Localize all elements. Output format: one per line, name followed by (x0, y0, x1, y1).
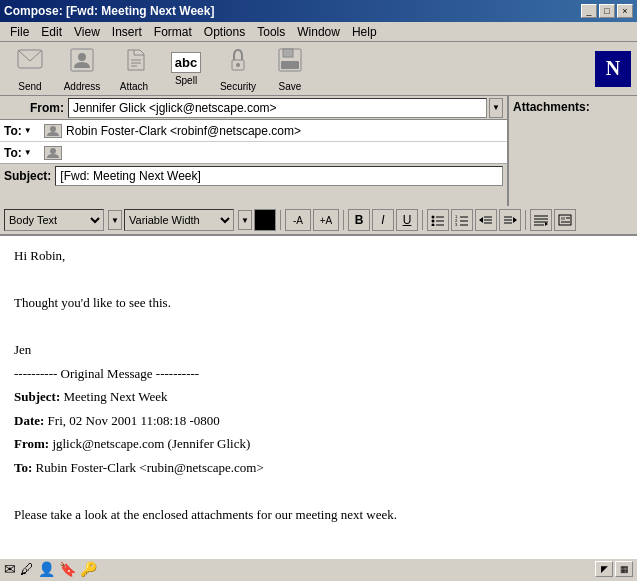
netscape-logo: N (595, 51, 631, 87)
svg-point-17 (432, 224, 435, 227)
from-field[interactable] (68, 98, 487, 118)
attach-button[interactable]: Attach (110, 47, 158, 91)
minimize-button[interactable]: _ (581, 4, 597, 18)
orig-from-value: jglick@netscape.com (Jennifer Glick) (49, 436, 250, 451)
status-icon-key[interactable]: 🔑 (80, 561, 97, 577)
contact-icon-1[interactable] (44, 124, 62, 138)
spell-button[interactable]: abc Spell (162, 47, 210, 91)
svg-text:3.: 3. (455, 222, 458, 226)
to-field-1[interactable] (62, 122, 503, 140)
orig-date-value: Fri, 02 Nov 2001 11:08:18 -0800 (44, 413, 219, 428)
underline-icon: U (403, 213, 412, 227)
status-icon-contact[interactable]: 👤 (38, 561, 55, 577)
body-line-5: Jen (14, 340, 623, 360)
style-dropdown[interactable]: ▼ (108, 210, 122, 230)
menu-view[interactable]: View (68, 23, 106, 41)
format-toolbar: Body Text ▼ Variable Width ▼ -A +A B I U (0, 206, 637, 236)
to-dropdown-2[interactable]: To: ▼ (4, 146, 44, 160)
attachments-label: Attachments: (513, 100, 590, 114)
insert-icon (558, 214, 572, 226)
indent-less-button[interactable] (475, 209, 497, 231)
font-dropdown[interactable]: ▼ (238, 210, 252, 230)
bullet-ul-button[interactable] (427, 209, 449, 231)
contact-icon-2[interactable] (44, 146, 62, 160)
menu-help[interactable]: Help (346, 23, 383, 41)
attach-label: Attach (120, 81, 148, 92)
font-select[interactable]: Variable Width (124, 209, 234, 231)
menu-edit[interactable]: Edit (35, 23, 68, 41)
body-space2 (14, 528, 623, 548)
svg-marker-29 (513, 217, 517, 223)
menu-options[interactable]: Options (198, 23, 251, 41)
svg-point-2 (78, 53, 86, 61)
indent-more-button[interactable] (499, 209, 521, 231)
address-icon (68, 46, 96, 79)
resize-button[interactable]: ◤ (595, 561, 613, 577)
subject-field[interactable] (55, 166, 503, 186)
address-label: Address (64, 81, 101, 92)
scroll-button[interactable]: ▦ (615, 561, 633, 577)
from-dropdown[interactable]: ▼ (489, 98, 503, 118)
to-dropdown-1[interactable]: To: ▼ (4, 124, 44, 138)
orig-to-label: To: (14, 460, 32, 475)
italic-button[interactable]: I (372, 209, 394, 231)
status-icon-mail[interactable]: ✉ (4, 561, 16, 577)
title-bar: Compose: [Fwd: Meeting Next Week] _ □ × (0, 0, 637, 22)
to-row-2: To: ▼ (0, 142, 507, 164)
subject-label: Subject: (4, 169, 51, 183)
orig-subject-value: Meeting Next Week (60, 389, 167, 404)
title-bar-buttons[interactable]: _ □ × (581, 4, 633, 18)
security-icon (224, 46, 252, 79)
menu-insert[interactable]: Insert (106, 23, 148, 41)
body-line-1: Hi Robin, (14, 246, 623, 266)
security-button[interactable]: Security (214, 47, 262, 91)
subject-row: Subject: (0, 164, 507, 188)
menu-tools[interactable]: Tools (251, 23, 291, 41)
align-button[interactable] (530, 209, 552, 231)
email-body[interactable]: Hi Robin, Thought you'd like to see this… (0, 236, 637, 557)
increase-font-icon: +A (320, 215, 333, 226)
bold-button[interactable]: B (348, 209, 370, 231)
bullet-ol-button[interactable]: 1. 2. 3. (451, 209, 473, 231)
insert-button[interactable] (554, 209, 576, 231)
send-label: Send (18, 81, 41, 92)
attach-icon (120, 46, 148, 79)
status-bar: ✉ 🖊 👤 🔖 🔑 ◤ ▦ (0, 557, 637, 579)
close-button[interactable]: × (617, 4, 633, 18)
maximize-button[interactable]: □ (599, 4, 615, 18)
send-icon (16, 46, 44, 79)
style-select[interactable]: Body Text (4, 209, 104, 231)
from-label: From: (4, 101, 64, 115)
status-icon-bookmark[interactable]: 🔖 (59, 561, 76, 577)
svg-point-7 (236, 63, 240, 67)
headers-left: From: ▼ To: ▼ To: ▼ (0, 96, 507, 206)
underline-button[interactable]: U (396, 209, 418, 231)
body-subject: Subject: Meeting Next Week (14, 387, 623, 407)
save-button[interactable]: Save (266, 47, 314, 91)
decrease-font-button[interactable]: -A (285, 209, 311, 231)
menu-format[interactable]: Format (148, 23, 198, 41)
svg-marker-25 (479, 217, 483, 223)
bullet-ol-icon: 1. 2. 3. (455, 214, 469, 226)
svg-point-13 (432, 216, 435, 219)
body-space (14, 481, 623, 501)
orig-date-label: Date: (14, 413, 44, 428)
menu-window[interactable]: Window (291, 23, 346, 41)
body-from: From: jglick@netscape.com (Jennifer Glic… (14, 434, 623, 454)
window-title: Compose: [Fwd: Meeting Next Week] (4, 4, 214, 18)
status-icon-compose[interactable]: 🖊 (20, 561, 34, 577)
color-picker[interactable] (254, 209, 276, 231)
to-chevron-2: ▼ (24, 148, 32, 157)
sep-2 (343, 210, 344, 230)
body-line-2 (14, 270, 623, 290)
sep-3 (422, 210, 423, 230)
menu-file[interactable]: File (4, 23, 35, 41)
increase-font-button[interactable]: +A (313, 209, 339, 231)
orig-subject-label: Subject: (14, 389, 60, 404)
bold-icon: B (355, 213, 364, 227)
headers-area: From: ▼ To: ▼ To: ▼ (0, 96, 637, 206)
send-button[interactable]: Send (6, 47, 54, 91)
to-label-2: To: (4, 146, 22, 160)
address-button[interactable]: Address (58, 47, 106, 91)
to-field-2[interactable] (62, 144, 503, 162)
